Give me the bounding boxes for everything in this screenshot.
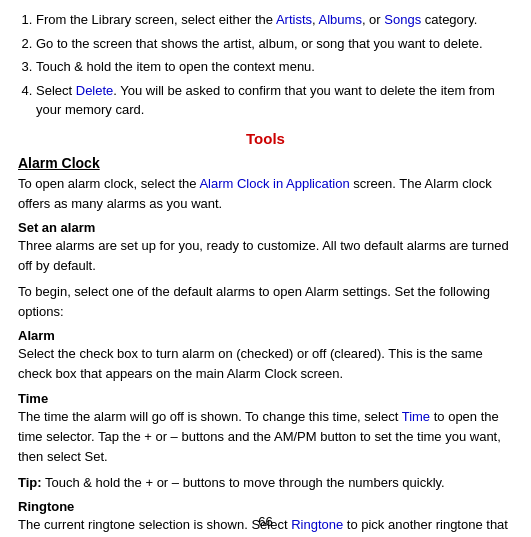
songs-link[interactable]: Songs bbox=[384, 12, 421, 27]
ringtone-label: Ringtone bbox=[18, 499, 513, 514]
artists-link[interactable]: Artists bbox=[276, 12, 312, 27]
albums-link[interactable]: Albums bbox=[319, 12, 362, 27]
list-item-3-text: Touch & hold the item to open the contex… bbox=[36, 59, 315, 74]
list-item-3: Touch & hold the item to open the contex… bbox=[36, 57, 513, 77]
tip-bold: Tip: bbox=[18, 475, 42, 490]
set-alarm-text: Three alarms are set up for you, ready t… bbox=[18, 236, 513, 276]
page-container: From the Library screen, select either t… bbox=[0, 0, 531, 537]
begin-text: To begin, select one of the default alar… bbox=[18, 282, 513, 322]
list-item-4: Select Delete. You will be asked to conf… bbox=[36, 81, 513, 120]
time-label: Time bbox=[18, 391, 513, 406]
tools-title: Tools bbox=[18, 130, 513, 147]
page-number: 66 bbox=[0, 514, 531, 529]
list-item-4-text: Select Delete. You will be asked to conf… bbox=[36, 83, 495, 118]
list-item-1-text: From the Library screen, select either t… bbox=[36, 12, 477, 27]
alarm-clock-app-link[interactable]: Alarm Clock in Application bbox=[199, 176, 349, 191]
list-item-2: Go to the screen that shows the artist, … bbox=[36, 34, 513, 54]
set-alarm-label: Set an alarm bbox=[18, 220, 513, 235]
alarm-label: Alarm bbox=[18, 328, 513, 343]
time-link[interactable]: Time bbox=[402, 409, 430, 424]
tip-text: Tip: Touch & hold the + or – buttons to … bbox=[18, 473, 513, 493]
alarm-clock-intro: To open alarm clock, select the Alarm Cl… bbox=[18, 174, 513, 214]
numbered-list: From the Library screen, select either t… bbox=[18, 10, 513, 120]
alarm-text: Select the check box to turn alarm on (c… bbox=[18, 344, 513, 384]
list-item-1: From the Library screen, select either t… bbox=[36, 10, 513, 30]
delete-link[interactable]: Delete bbox=[76, 83, 114, 98]
time-text: The time the alarm will go off is shown.… bbox=[18, 407, 513, 467]
list-item-2-text: Go to the screen that shows the artist, … bbox=[36, 36, 483, 51]
alarm-clock-heading: Alarm Clock bbox=[18, 155, 513, 171]
